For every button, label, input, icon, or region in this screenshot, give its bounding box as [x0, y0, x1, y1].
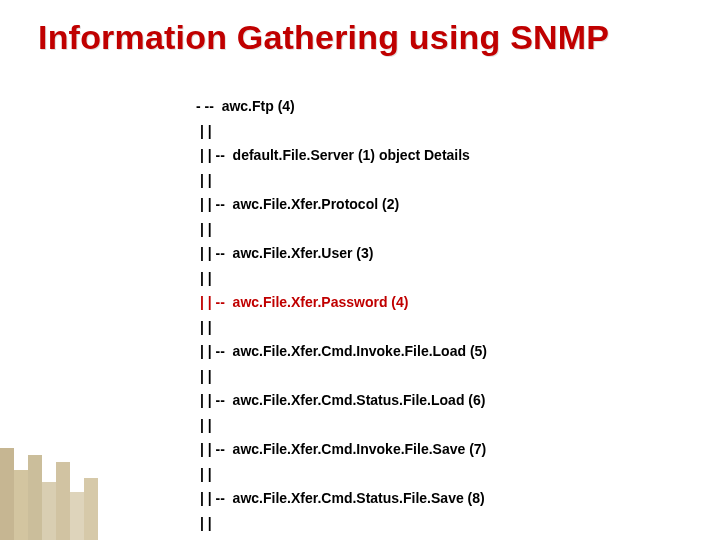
- tree-line: | |: [196, 364, 487, 389]
- tree-prefix: | | --: [196, 343, 233, 359]
- tree-line: | | -- awc.File.Xfer.Cmd.Invoke.File.Loa…: [196, 339, 487, 364]
- tree-prefix: | | --: [196, 441, 233, 457]
- tree-line: | |: [196, 413, 487, 438]
- tree-line: | | -- awc.File.Xfer.Cmd.Invoke.File.Sav…: [196, 437, 487, 462]
- tree-label: awc.File.Xfer.Cmd.Invoke.File.Save (7): [233, 441, 487, 457]
- tree-prefix: | | --: [196, 245, 233, 261]
- tree-prefix: | |: [196, 270, 212, 286]
- tree-line: | |: [196, 462, 487, 487]
- tree-prefix: | | --: [196, 294, 233, 310]
- tree-line: | | -- ...: [196, 535, 487, 540]
- tree-label: awc.File.Xfer.Cmd.Status.File.Load (6): [233, 392, 486, 408]
- tree-line: - -- awc.Ftp (4): [196, 94, 487, 119]
- tree-label: default.File.Server (1) object Details: [233, 147, 470, 163]
- tree-label: awc.Ftp (4): [222, 98, 295, 114]
- tree-label: awc.File.Xfer.Cmd.Status.File.Save (8): [233, 490, 485, 506]
- mib-tree: - -- awc.Ftp (4) | | | | -- default.File…: [196, 94, 487, 540]
- tree-prefix: - --: [196, 98, 222, 114]
- tree-line: | | -- awc.File.Xfer.Cmd.Status.File.Sav…: [196, 486, 487, 511]
- tree-prefix: | |: [196, 368, 212, 384]
- tree-line: | |: [196, 217, 487, 242]
- tree-prefix: | |: [196, 319, 212, 335]
- tree-line: | |: [196, 119, 487, 144]
- tree-line: | | -- default.File.Server (1) object De…: [196, 143, 487, 168]
- tree-line: | | -- awc.File.Xfer.Cmd.Status.File.Loa…: [196, 388, 487, 413]
- tree-line: | | -- awc.File.Xfer.Protocol (2): [196, 192, 487, 217]
- tree-prefix: | | --: [196, 490, 233, 506]
- tree-line: | |: [196, 266, 487, 291]
- tree-label: awc.File.Xfer.Password (4): [233, 294, 409, 310]
- tree-prefix: | |: [196, 221, 212, 237]
- tree-prefix: | |: [196, 417, 212, 433]
- tree-line: | |: [196, 511, 487, 536]
- tree-line: | | -- awc.File.Xfer.Password (4): [196, 290, 487, 315]
- tree-prefix: | | --: [196, 392, 233, 408]
- tree-label: awc.File.Xfer.Cmd.Invoke.File.Load (5): [233, 343, 487, 359]
- tree-prefix: | |: [196, 515, 212, 531]
- tree-line: | |: [196, 315, 487, 340]
- tree-prefix: | | --: [196, 147, 233, 163]
- tree-label: awc.File.Xfer.User (3): [233, 245, 374, 261]
- tree-prefix: | |: [196, 172, 212, 188]
- tree-prefix: | | --: [196, 196, 233, 212]
- tree-prefix: | |: [196, 123, 212, 139]
- tree-prefix: | |: [196, 466, 212, 482]
- tree-line: | |: [196, 168, 487, 193]
- tree-label: awc.File.Xfer.Protocol (2): [233, 196, 400, 212]
- tree-line: | | -- awc.File.Xfer.User (3): [196, 241, 487, 266]
- slide-title: Information Gathering using SNMP: [38, 18, 609, 57]
- corner-decoration: [0, 444, 112, 540]
